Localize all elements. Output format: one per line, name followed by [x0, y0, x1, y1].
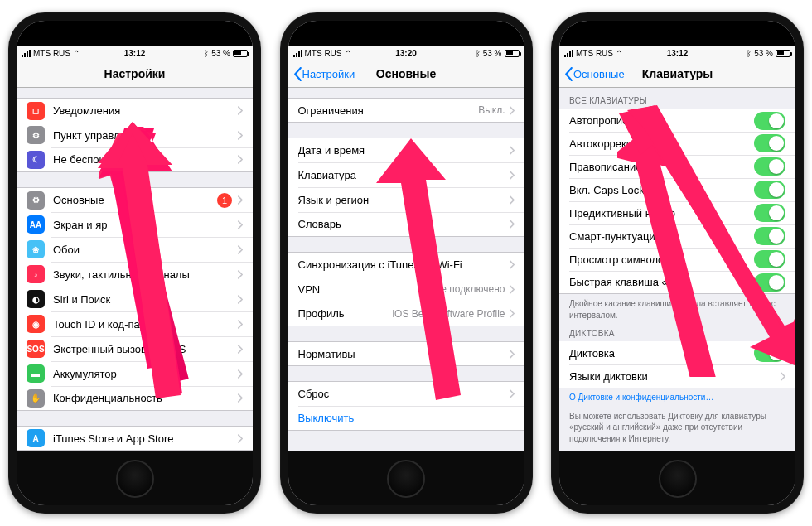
chevron-right-icon — [509, 285, 515, 294]
settings-row[interactable]: AAЭкран и яр — [17, 212, 253, 237]
settings-row[interactable]: ⚙Основные1 — [17, 187, 253, 212]
app-icon: ◻ — [27, 102, 45, 120]
row-reset[interactable]: Сброс — [288, 381, 524, 406]
toggle-switch-on[interactable] — [754, 181, 785, 199]
status-bar: MTS RUS ⌃ 13:12 ᛒ 53 % — [17, 46, 253, 60]
row-keyboard[interactable]: Клавиатура — [288, 162, 524, 187]
keyboard-toggle-row[interactable]: Автокоррекция — [559, 132, 795, 155]
back-button[interactable]: Настройки — [293, 67, 355, 81]
row-label: Правописание — [569, 161, 754, 173]
home-button[interactable] — [659, 460, 697, 498]
status-time: 13:12 — [667, 49, 689, 58]
row-dictation-languages[interactable]: Языки диктовки — [559, 364, 795, 388]
settings-row[interactable]: ✋Конфиденциальность — [17, 386, 253, 411]
toggle-switch-on[interactable] — [754, 344, 785, 362]
keyboard-toggle-row[interactable]: Автопрописные — [559, 109, 795, 132]
app-icon: ◐ — [27, 290, 45, 308]
privacy-link[interactable]: О Диктовке и конфиденциальности… — [559, 388, 795, 407]
row-vpn[interactable]: VPN Не подключено — [288, 277, 524, 302]
settings-row[interactable]: SOSЭкстренный вызов — SOS — [17, 336, 253, 361]
app-icon: AA — [27, 215, 45, 234]
status-bar: MTS RUS ⌃ 13:20 ᛒ 53 % — [288, 46, 524, 60]
keyboard-toggle-row[interactable]: Быстрая клавиша «.» — [559, 271, 795, 294]
settings-row[interactable]: ♪Звуки, тактильные сигналы — [17, 262, 253, 287]
section-footer: Двойное касание клавиши пробела вставляе… — [559, 294, 795, 324]
row-shutdown[interactable]: Выключить — [288, 406, 524, 431]
settings-row[interactable]: ⚙Пункт управления — [17, 123, 253, 147]
chevron-right-icon — [237, 155, 243, 164]
chevron-right-icon — [509, 350, 515, 359]
chevron-right-icon — [237, 220, 243, 229]
app-icon: ⚙ — [27, 126, 45, 144]
keyboard-toggle-row[interactable]: Смарт-пунктуация — [559, 224, 795, 248]
chevron-right-icon — [509, 220, 515, 229]
row-itunes-wifi-sync[interactable]: Синхронизация с iTunes по Wi-Fi — [288, 252, 524, 277]
settings-row[interactable]: ◉Touch ID и код-пароль — [17, 311, 253, 336]
bluetooth-icon: ᛒ — [747, 49, 752, 58]
battery-icon — [505, 50, 520, 57]
settings-row[interactable]: ❀Обои — [17, 237, 253, 262]
row-dictionary[interactable]: Словарь — [288, 212, 524, 237]
toggle-switch-on[interactable] — [754, 227, 785, 245]
home-button[interactable] — [387, 460, 425, 498]
row-restrictions[interactable]: Ограничения Выкл. — [288, 98, 524, 123]
chevron-right-icon — [237, 131, 243, 140]
toggle-switch-on[interactable] — [754, 273, 785, 292]
row-dictation[interactable]: Диктовка — [559, 341, 795, 364]
keyboard-toggle-row[interactable]: Вкл. Caps Lock — [559, 178, 795, 201]
settings-row[interactable]: ☾Не беспокоить — [17, 147, 253, 172]
device-bezel-top — [559, 21, 795, 46]
row-label: Быстрая клавиша «.» — [569, 276, 754, 288]
battery-icon — [776, 50, 790, 57]
row-label: Выключить — [298, 412, 515, 424]
chevron-right-icon — [237, 270, 243, 279]
home-button[interactable] — [116, 460, 154, 498]
viewport: MTS RUS ⌃ 13:12 ᛒ 53 % Настройки ◻Уведом… — [17, 46, 253, 451]
bluetooth-icon: ᛒ — [476, 49, 481, 58]
row-label: Просмотр символов — [569, 253, 754, 266]
row-language-region[interactable]: Язык и регион — [288, 187, 524, 212]
chevron-right-icon — [237, 369, 243, 379]
badge: 1 — [217, 193, 232, 208]
device-bezel-bottom — [559, 451, 795, 505]
back-label: Настройки — [302, 68, 355, 80]
keyboard-toggle-row[interactable]: Правописание — [559, 155, 795, 178]
nav-bar: Настройки Основные — [288, 60, 524, 88]
chevron-right-icon — [509, 309, 515, 318]
toggle-switch-on[interactable] — [754, 204, 785, 222]
toggle-switch-on[interactable] — [754, 134, 785, 152]
row-detail: iOS Beta Software Profile — [392, 308, 505, 320]
row-label: Дата и время — [298, 144, 509, 157]
keyboard-toggle-row[interactable]: Предиктивный набор — [559, 201, 795, 224]
row-label: Нормативы — [298, 348, 509, 360]
chevron-right-icon — [509, 171, 515, 180]
page-title: Основные — [376, 67, 437, 80]
settings-row[interactable]: AiTunes Store и App Store — [17, 426, 253, 451]
chevron-right-icon — [237, 434, 243, 443]
row-label: Уведомления — [53, 104, 237, 117]
settings-row[interactable]: ▬Аккумулятор — [17, 361, 253, 386]
row-regulatory[interactable]: Нормативы — [288, 341, 524, 366]
app-icon: SOS — [27, 340, 45, 358]
row-date-time[interactable]: Дата и время — [288, 138, 524, 162]
settings-row[interactable]: ◐Siri и Поиск — [17, 287, 253, 311]
phone-1: MTS RUS ⌃ 13:12 ᛒ 53 % Настройки ◻Уведом… — [8, 12, 261, 514]
chevron-right-icon — [237, 295, 243, 304]
keyboard-toggle-row[interactable]: Просмотр символов — [559, 248, 795, 271]
toggle-switch-on[interactable] — [754, 157, 785, 176]
device-bezel-top — [17, 21, 253, 46]
viewport: MTS RUS ⌃ 13:20 ᛒ 53 % Настройки Основны… — [288, 46, 524, 451]
settings-row[interactable]: ◻Уведомления — [17, 98, 253, 123]
row-label: Словарь — [298, 218, 509, 230]
row-label: Вкл. Caps Lock — [569, 184, 754, 196]
device-bezel-top — [288, 21, 524, 46]
row-profile[interactable]: Профиль iOS Beta Software Profile — [288, 302, 524, 326]
row-label: Touch ID и код-пароль — [53, 318, 237, 331]
toggle-switch-on[interactable] — [754, 112, 785, 130]
carrier-label: MTS RUS — [305, 49, 342, 58]
toggle-switch-on[interactable] — [754, 250, 785, 268]
row-label: Сброс — [298, 388, 509, 400]
row-label: Предиктивный набор — [569, 207, 754, 220]
back-button[interactable]: Основные — [564, 67, 625, 81]
row-label: Синхронизация с iTunes по Wi-Fi — [298, 258, 509, 271]
